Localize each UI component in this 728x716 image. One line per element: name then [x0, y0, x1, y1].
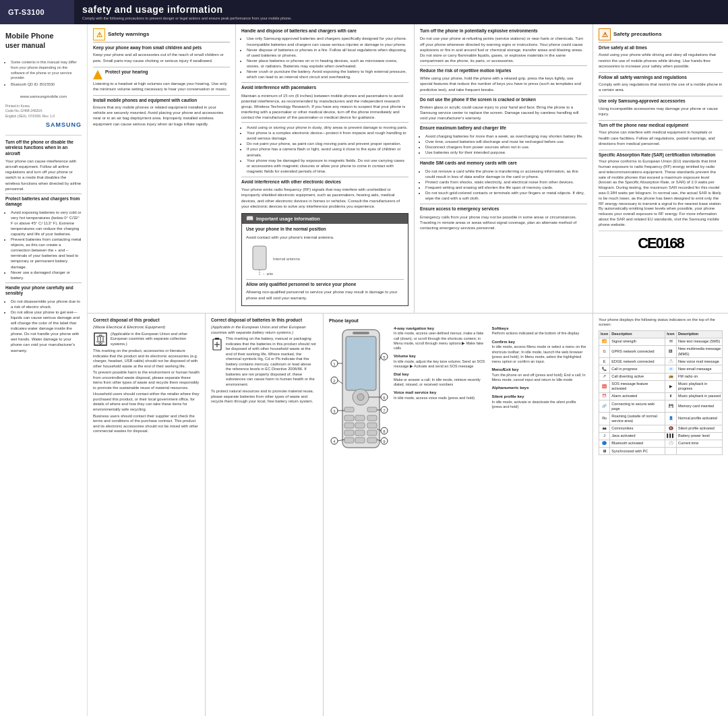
status-desc2: New email message: [676, 365, 722, 373]
silent-key-name: Silent profile key: [492, 394, 588, 400]
status-desc2: Current time: [676, 440, 722, 447]
avoid-pacemaker-title: Avoid interference with pacemakers: [241, 85, 408, 90]
protect-batteries-title: Protect batteries and chargers from dama…: [5, 196, 82, 208]
phone-layout-col: Phone layout: [324, 314, 593, 716]
turn-off-col: Turn off the phone in potentially explos…: [415, 24, 593, 313]
table-row: 🔗 Connecting to secure web page 💾 Memory…: [599, 400, 723, 413]
status-table-body: 📶 Signal strength ✉ New text message (SM…: [599, 338, 723, 454]
caution-icon: ⚠: [602, 30, 608, 39]
product-line2: user manual: [5, 41, 82, 51]
phone-image-area: 1 2 3 4: [329, 326, 390, 463]
screen-cracked-title: Do not use the phone if the screen is cr…: [420, 97, 587, 102]
handle-batteries-list: Use only Samsung-approved batteries and …: [241, 36, 408, 80]
protect-batteries-list: Avoid exposing batteries to very cold or…: [5, 210, 82, 280]
table-row: 🔵 Bluetooth activated 🕐 Current time: [599, 440, 723, 447]
important-usage-title: Important usage information: [256, 216, 320, 222]
svg-line-42: [338, 380, 342, 384]
important-box-content: Use your phone in the normal position Av…: [242, 224, 408, 305]
explosive-title: Turn off the phone in potentially explos…: [420, 28, 587, 34]
svg-rect-28: [344, 423, 354, 428]
alpha-keys-name: Alphanumeric keys: [492, 386, 588, 391]
status-desc1: Synchronized with PC: [610, 448, 665, 455]
normal-position-text: Avoid contact with your phone's internal…: [246, 235, 404, 240]
col-icon1: Icon: [599, 330, 610, 338]
svg-text:1: 1: [333, 362, 336, 366]
status-desc1: Roaming (outside of normal service area): [610, 413, 665, 425]
important-box-header: 📖 Important usage information: [242, 214, 408, 225]
status-desc1: Java activated: [610, 432, 665, 440]
svg-rect-23: [344, 407, 354, 412]
status-icon1: 🏘: [599, 425, 610, 432]
status-desc2: New voice mail message: [676, 358, 722, 365]
page: GT-S3100 safety and usage information Co…: [0, 0, 728, 716]
status-icon2: [665, 448, 677, 455]
disposal-text3: To prevent possible harm to the environm…: [93, 370, 200, 390]
bottom-row: Correct disposal of this product (Waste …: [88, 314, 728, 716]
print-info: Printed in Korea Code No.:GH68-24620A En…: [5, 104, 82, 119]
svg-rect-35: [355, 438, 365, 443]
status-icon2: 🔇: [665, 425, 677, 432]
status-icon2: ▶: [665, 380, 677, 392]
drive-safely-title: Drive safely at all times: [599, 45, 723, 51]
silent-key-label: Silent profile key In idle mode, activat…: [492, 394, 588, 409]
confirm-key-text: In idle mode, access Menu mode or select…: [492, 345, 588, 364]
status-icon2: 📩: [665, 358, 677, 365]
svg-rect-0: [253, 246, 266, 270]
volume-key-text: In idle mode, adjust the key tone volume…: [394, 359, 489, 369]
avoid-interference-text: Your phone emits radio frequency (RF) si…: [241, 187, 408, 208]
safety-precautions-header: ⚠ Safety precautions: [599, 28, 723, 42]
volume-key-name: Volume key: [394, 354, 489, 359]
status-icon1: Ro: [599, 413, 610, 425]
table-row: ↗ Call diverting active 📻 FM radio on: [599, 373, 723, 380]
protect-hearing-title: Protect your hearing: [105, 69, 148, 75]
nav-key-text: In idle mode, access user-defined menus;…: [394, 331, 489, 351]
table-row: 📞 Call in progress 📧 New email message: [599, 365, 723, 373]
status-icon1: ↗: [599, 373, 610, 380]
status-desc1: SOS message feature activated: [610, 380, 665, 392]
svg-rect-25: [344, 415, 354, 421]
status-desc1: Communities: [610, 425, 665, 432]
svg-text:8: 8: [383, 429, 386, 434]
top-row: ⚠ Safety warnings Keep your phone away f…: [88, 24, 728, 314]
disposal-batteries-col: Correct disposal of batteries in this pr…: [206, 314, 324, 716]
wireless-section: Turn off the phone or disable the wirele…: [5, 135, 82, 353]
svg-rect-29: [355, 423, 365, 428]
hearing-warning-icon: [93, 70, 102, 80]
normal-position-title: Use your phone in the normal position: [246, 227, 404, 232]
menu-key-name: Menu/Exit key: [492, 367, 588, 373]
dial-key-label: Dial key Make or answer a call; In idle …: [394, 372, 489, 387]
svg-text:3: 3: [333, 409, 336, 413]
svg-rect-31: [344, 430, 354, 436]
install-mobile-subsection: Install mobile phones and equipment with…: [93, 98, 230, 127]
samsung-logo: SAMSUNG: [5, 121, 82, 129]
table-row: Ro Roaming (outside of normal service ar…: [599, 413, 723, 425]
status-desc1: Connecting to secure web page: [610, 400, 665, 413]
disposal-text1: (Applicable in the European Union and ot…: [111, 332, 200, 347]
qualified-text: Allowing non-qualified personnel to serv…: [246, 289, 404, 300]
screen-cracked-text: Broken glass or acrylic could cause inju…: [420, 105, 587, 121]
status-icon2: 📻: [665, 373, 677, 380]
explosive-text: Do not use your phone at refueling point…: [420, 36, 587, 63]
qualified-title: Allow only qualified personnel to servic…: [246, 282, 404, 287]
header-subtitle: Comply with the following precautions to…: [82, 16, 720, 21]
svg-rect-33: [367, 430, 377, 436]
status-icon2: ▌▌▌: [665, 432, 677, 440]
svg-text:7: 7: [383, 409, 386, 413]
svg-rect-20: [353, 332, 369, 334]
sidebar-notes: Some contents in this manual may differ …: [5, 60, 82, 88]
handle-phone-list: Do not disassemble your phone due to a r…: [5, 299, 82, 353]
status-icon2: 🖼: [665, 345, 677, 357]
safety-warnings-col: ⚠ Safety warnings Keep your phone away f…: [88, 24, 236, 313]
website: www.samsungmobile.com: [5, 94, 82, 100]
keep-away-text: Keep your phone and all accessories out …: [93, 52, 230, 63]
phone-layout-title: Phone layout: [329, 318, 587, 324]
svg-point-22: [357, 394, 364, 400]
table-row: 🖥 Synchronized with PC: [599, 448, 723, 455]
col-desc2: Description: [676, 330, 722, 338]
ce-mark-text: CE0168: [638, 234, 684, 253]
silent-key-text: In idle mode, activate or deactivate the…: [492, 400, 588, 409]
warning-triangle-icon: ⚠: [96, 30, 102, 39]
dial-key-name: Dial key: [394, 372, 489, 378]
menu-key-text: Turn the phone on and off (press and hol…: [492, 373, 588, 382]
svg-rect-15: [215, 338, 219, 340]
